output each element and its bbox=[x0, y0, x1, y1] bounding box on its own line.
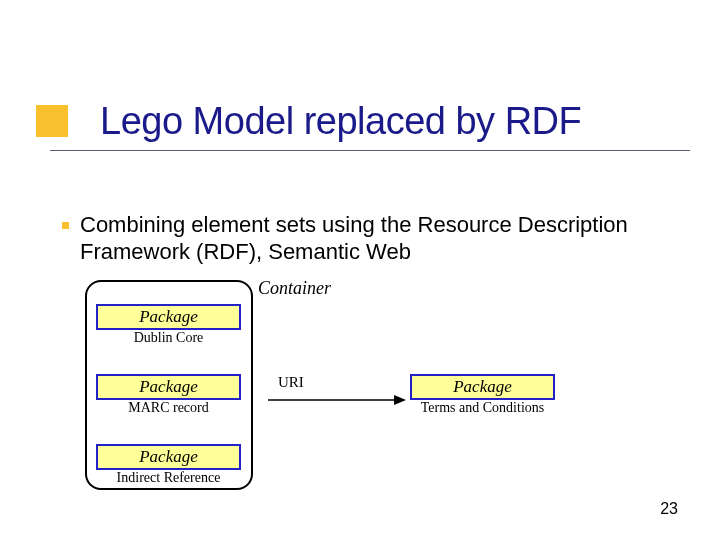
package-title: Package bbox=[139, 377, 198, 396]
title-underline bbox=[50, 150, 690, 151]
uri-label: URI bbox=[278, 374, 304, 391]
package-box-marc: Package bbox=[96, 374, 241, 400]
package-title: Package bbox=[453, 377, 512, 396]
package-sub-indirect: Indirect Reference bbox=[96, 470, 241, 486]
package-title: Package bbox=[139, 447, 198, 466]
package-sub-dublin-core: Dublin Core bbox=[96, 330, 241, 346]
title-accent-square bbox=[36, 105, 68, 137]
svg-marker-1 bbox=[394, 395, 406, 405]
package-box-indirect: Package bbox=[96, 444, 241, 470]
container-label: Container bbox=[258, 278, 331, 299]
bullet-icon bbox=[62, 222, 69, 229]
package-sub-marc: MARC record bbox=[96, 400, 241, 416]
slide: Lego Model replaced by RDF Combining ele… bbox=[0, 0, 720, 540]
package-box-terms: Package bbox=[410, 374, 555, 400]
arrow-icon bbox=[266, 392, 406, 408]
diagram: Container Package Dublin Core Package MA… bbox=[80, 270, 640, 500]
page-number: 23 bbox=[660, 500, 678, 518]
slide-title: Lego Model replaced by RDF bbox=[100, 100, 581, 143]
package-title: Package bbox=[139, 307, 198, 326]
body-text: Combining element sets using the Resourc… bbox=[80, 212, 640, 266]
package-sub-terms: Terms and Conditions bbox=[410, 400, 555, 416]
package-box-dublin-core: Package bbox=[96, 304, 241, 330]
